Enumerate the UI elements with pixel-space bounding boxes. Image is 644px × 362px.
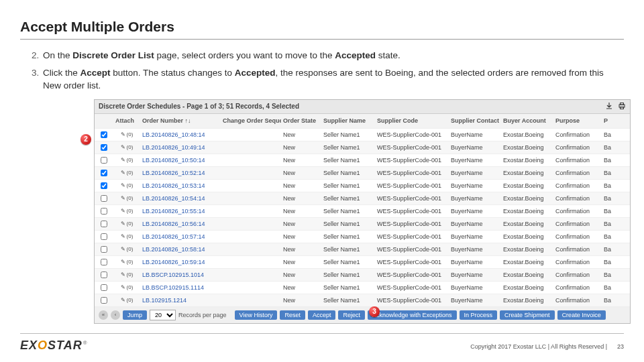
- order-link[interactable]: LB.20140826_10:58:14: [140, 246, 221, 253]
- row-checkbox[interactable]: [101, 284, 107, 291]
- row-checkbox[interactable]: [101, 195, 107, 202]
- instruction-list: On the Discrete Order List page, select …: [42, 49, 624, 93]
- row-checkbox[interactable]: [101, 233, 107, 240]
- order-link[interactable]: LB.20140826_10:53:14: [140, 182, 221, 189]
- cell: WES-SupplierCode-001: [375, 157, 449, 164]
- attach-cell[interactable]: ✎(0): [113, 246, 140, 252]
- cell: New: [281, 297, 321, 304]
- row-checkbox[interactable]: [101, 182, 107, 189]
- cell: Confirmation: [553, 208, 602, 215]
- create-shipment-button[interactable]: Create Shipment: [500, 310, 555, 320]
- cell: WES-SupplierCode-001: [375, 221, 449, 227]
- order-link[interactable]: LB.20140826_10:59:14: [140, 259, 221, 265]
- attach-cell[interactable]: ✎(0): [113, 144, 140, 150]
- column-header[interactable]: Change Order Sequence: [221, 117, 281, 124]
- column-header[interactable]: Attach: [113, 117, 140, 124]
- cell: Exostar.Boeing: [501, 131, 553, 138]
- column-header[interactable]: Supplier Contact: [449, 117, 501, 124]
- row-checkbox[interactable]: [101, 259, 107, 265]
- cell: WES-SupplierCode-001: [375, 144, 449, 151]
- cell: BuyerName: [449, 259, 501, 265]
- reset-button[interactable]: Reset: [280, 310, 305, 320]
- attach-cell[interactable]: ✎(0): [113, 259, 140, 265]
- row-checkbox[interactable]: [101, 131, 107, 138]
- reject-button[interactable]: Reject: [338, 310, 365, 320]
- column-header[interactable]: P: [602, 117, 643, 124]
- attach-cell[interactable]: ✎(0): [113, 195, 140, 201]
- row-checkbox[interactable]: [101, 272, 107, 278]
- row-checkbox[interactable]: [101, 170, 107, 176]
- attach-cell[interactable]: ✎(0): [113, 284, 140, 290]
- paperclip-icon: ✎: [121, 144, 125, 150]
- cell: WES-SupplierCode-001: [375, 272, 449, 278]
- paperclip-icon: ✎: [121, 221, 125, 227]
- table-row: ✎(0)LB.20140826_10:56:14NewSeller Name1W…: [95, 218, 630, 231]
- jump-button[interactable]: Jump: [123, 310, 147, 320]
- cell: Ba: [602, 259, 643, 265]
- row-checkbox[interactable]: [101, 208, 107, 215]
- attach-cell[interactable]: ✎(0): [113, 182, 140, 188]
- cell: Seller Name1: [321, 144, 375, 151]
- order-link[interactable]: LB.BSCP.102915.1114: [140, 284, 221, 291]
- order-link[interactable]: LB.20140826_10:48:14: [140, 131, 221, 138]
- cell: WES-SupplierCode-001: [375, 195, 449, 202]
- order-link[interactable]: LB.20140826_10:52:14: [140, 170, 221, 176]
- cell: New: [281, 284, 321, 291]
- row-checkbox[interactable]: [101, 157, 107, 164]
- row-checkbox[interactable]: [101, 144, 107, 151]
- accept-button[interactable]: Accept: [308, 310, 336, 320]
- create-invoice-button[interactable]: Create Invoice: [557, 310, 606, 320]
- order-link[interactable]: LB.20140826_10:49:14: [140, 144, 221, 151]
- table-row: ✎(0)LB.20140826_10:53:14NewSeller Name1W…: [95, 180, 630, 192]
- order-link[interactable]: LB.20140826_10:56:14: [140, 221, 221, 227]
- attach-cell[interactable]: ✎(0): [113, 272, 140, 278]
- order-link[interactable]: LB.102915.1214: [140, 297, 221, 304]
- acknowledge-with-exceptions-button[interactable]: Acknowledge with Exceptions: [368, 310, 457, 320]
- cell: Confirmation: [553, 246, 602, 253]
- cell: Exostar.Boeing: [501, 259, 553, 265]
- column-header[interactable]: Buyer Account: [501, 117, 553, 124]
- order-link[interactable]: LB.20140826_10:50:14: [140, 157, 221, 164]
- order-link[interactable]: LB.20140826_10:55:14: [140, 208, 221, 215]
- cell: Ba: [602, 182, 643, 189]
- attach-cell[interactable]: ✎(0): [113, 297, 140, 303]
- attach-cell[interactable]: ✎(0): [113, 233, 140, 239]
- column-header[interactable]: Purpose: [553, 117, 602, 124]
- row-checkbox[interactable]: [101, 297, 107, 304]
- column-header[interactable]: Supplier Code: [375, 117, 449, 124]
- svg-rect-2: [621, 107, 624, 109]
- cell: Seller Name1: [321, 272, 375, 278]
- order-link[interactable]: LB.20140826_10:57:14: [140, 233, 221, 240]
- column-header[interactable]: Supplier Name: [321, 117, 375, 124]
- attach-cell[interactable]: ✎(0): [113, 157, 140, 163]
- row-checkbox[interactable]: [101, 221, 107, 227]
- order-link[interactable]: LB.20140826_10:54:14: [140, 195, 221, 202]
- download-icon[interactable]: [605, 102, 613, 110]
- instruction-item: Click the Accept button. The status chan…: [42, 66, 624, 93]
- view-history-button[interactable]: View History: [235, 310, 278, 320]
- in-process-button[interactable]: In Process: [460, 310, 498, 320]
- nav-prev-icon[interactable]: ‹: [111, 310, 120, 320]
- order-link[interactable]: LB.BSCP.102915.1014: [140, 272, 221, 278]
- column-header[interactable]: Order State: [281, 117, 321, 124]
- row-checkbox[interactable]: [101, 246, 107, 253]
- cell: Ba: [602, 272, 643, 278]
- cell: BuyerName: [449, 131, 501, 138]
- attach-cell[interactable]: ✎(0): [113, 131, 140, 137]
- print-icon[interactable]: [618, 102, 626, 110]
- cell: Ba: [602, 144, 643, 151]
- paperclip-icon: ✎: [121, 157, 125, 163]
- per-page-select[interactable]: 20: [150, 310, 176, 320]
- attach-cell[interactable]: ✎(0): [113, 221, 140, 227]
- cell: WES-SupplierCode-001: [375, 131, 449, 138]
- nav-first-icon[interactable]: «: [99, 310, 108, 320]
- cell: New: [281, 157, 321, 164]
- cell: BuyerName: [449, 272, 501, 278]
- cell: BuyerName: [449, 221, 501, 227]
- column-header[interactable]: Order Number ↑↓: [140, 117, 221, 124]
- cell: Seller Name1: [321, 221, 375, 227]
- paperclip-icon: ✎: [121, 195, 125, 201]
- attach-cell[interactable]: ✎(0): [113, 208, 140, 214]
- attach-cell[interactable]: ✎(0): [113, 170, 140, 176]
- cell: Seller Name1: [321, 246, 375, 253]
